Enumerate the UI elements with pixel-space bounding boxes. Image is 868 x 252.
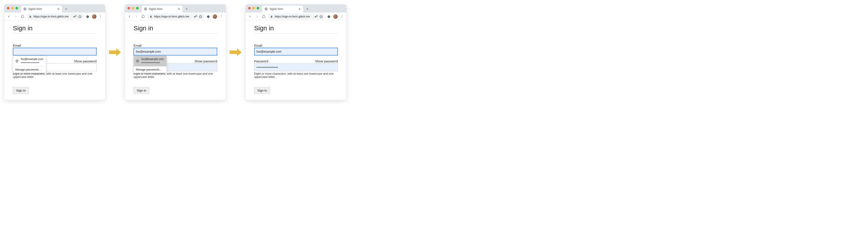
globe-icon [15, 59, 19, 63]
email-input[interactable] [254, 48, 338, 55]
window-zoom-button[interactable] [136, 7, 138, 9]
window-close-button[interactable] [248, 7, 251, 9]
email-field-group: Email [254, 44, 338, 55]
password-input[interactable] [254, 63, 338, 71]
tab-close-button[interactable]: ✕ [57, 7, 60, 10]
tab-title: Signin form [270, 7, 297, 10]
suggestion-email: foo@example.com [142, 57, 164, 61]
browser-window-1: Signin form ✕ + https://sign-in-form.gli… [4, 4, 105, 100]
autofill-dropdown: foo@example.com •••••••••••••••• Manage … [13, 56, 46, 73]
extensions-button[interactable] [206, 14, 211, 19]
window-zoom-button[interactable] [16, 7, 18, 9]
profile-avatar[interactable] [333, 14, 338, 19]
key-icon[interactable] [194, 15, 197, 18]
email-label: Email [133, 44, 142, 47]
show-password-toggle[interactable]: Show password [194, 59, 217, 63]
back-button[interactable] [127, 14, 132, 19]
address-bar[interactable]: https://sign-in-form.glitch.me [27, 13, 84, 20]
browser-tab[interactable]: Signin form ✕ [142, 6, 182, 12]
profile-avatar[interactable] [213, 14, 217, 19]
new-tab-button[interactable]: + [184, 6, 190, 12]
tab-strip: Signin form ✕ + [246, 4, 346, 12]
email-field-group: Email foo@example.com •••••••••••••••• [13, 44, 97, 55]
window-minimize-button[interactable] [132, 7, 134, 9]
show-password-toggle[interactable]: Show password [74, 59, 97, 63]
autofill-dropdown: foo@example.com •••••••••••••••• Manage … [133, 56, 167, 73]
signin-button[interactable]: Sign in [133, 87, 149, 94]
toolbar: https://sign-in-form.glitch.me ⋮ [4, 12, 105, 21]
forward-button[interactable] [133, 14, 139, 19]
back-button[interactable] [6, 14, 11, 19]
browser-window-2: Signin form ✕ + https://sign-in-form.gli… [125, 4, 226, 100]
window-controls [248, 7, 259, 9]
window-close-button[interactable] [127, 7, 130, 9]
extensions-button[interactable] [326, 14, 332, 19]
email-label: Email [254, 44, 262, 47]
back-button[interactable] [247, 14, 253, 19]
globe-icon [144, 7, 147, 11]
show-password-toggle[interactable]: Show password [315, 59, 338, 63]
window-minimize-button[interactable] [11, 7, 14, 9]
svg-marker-10 [319, 15, 322, 18]
arrow-icon [230, 48, 242, 57]
tab-close-button[interactable]: ✕ [178, 7, 180, 10]
autofill-suggestion[interactable]: foo@example.com •••••••••••••••• [13, 56, 46, 66]
autofill-suggestion[interactable]: foo@example.com •••••••••••••••• [134, 56, 166, 66]
page-title: Sign in [13, 25, 97, 33]
password-hint: Eight or more characters, with at least … [254, 72, 338, 79]
forward-button[interactable] [13, 14, 19, 19]
globe-icon [136, 59, 139, 63]
toolbar: https://sign-in-form.glitch.me ⋮ [125, 12, 226, 21]
address-bar[interactable]: https://sign-in-form.glitch.me [147, 13, 204, 20]
key-icon[interactable] [73, 15, 76, 18]
signin-button[interactable]: Sign in [254, 87, 270, 94]
new-tab-button[interactable]: + [304, 6, 310, 12]
manage-passwords-link[interactable]: Manage passwords… [13, 66, 46, 73]
address-bar[interactable]: https://sign-in-form.glitch.me [268, 13, 325, 20]
email-field-group: Email foo@example.com •••••••••••••••• M… [133, 44, 217, 55]
page-content: Sign in Email foo@example.com ••••••••••… [125, 21, 226, 100]
page-content: Sign in Email foo@example.com ••••••••••… [4, 21, 105, 100]
lock-icon [29, 15, 32, 18]
reload-button[interactable] [141, 14, 146, 19]
url-text: https://sign-in-form.glitch.me [154, 15, 192, 18]
browser-tab[interactable]: Signin form ✕ [21, 6, 62, 12]
extensions-button[interactable] [85, 14, 91, 19]
kebab-menu-button[interactable]: ⋮ [98, 14, 103, 19]
toolbar: https://sign-in-form.glitch.me ⋮ [246, 12, 346, 21]
svg-marker-2 [79, 15, 81, 18]
kebab-menu-button[interactable]: ⋮ [339, 14, 345, 19]
page-title: Sign in [254, 25, 338, 33]
profile-avatar[interactable] [92, 14, 97, 19]
star-icon[interactable] [319, 15, 323, 18]
browser-tab[interactable]: Signin form ✕ [262, 6, 303, 12]
page-content: Sign in Email Password Show password Eig… [246, 21, 346, 100]
globe-icon [265, 7, 268, 11]
window-zoom-button[interactable] [257, 7, 259, 9]
window-close-button[interactable] [7, 7, 9, 9]
reload-button[interactable] [20, 14, 25, 19]
tab-title: Signin form [28, 7, 55, 10]
key-icon[interactable] [314, 15, 318, 18]
arrow-icon [109, 48, 121, 57]
reload-button[interactable] [261, 14, 267, 19]
window-minimize-button[interactable] [252, 7, 255, 9]
new-tab-button[interactable]: + [63, 6, 69, 12]
window-controls [7, 7, 18, 9]
suggestion-email: foo@example.com [21, 57, 43, 61]
tab-strip: Signin form ✕ + [4, 4, 105, 12]
globe-icon [23, 7, 27, 11]
browser-window-3: Signin form ✕ + https://sign-in-form.gli… [246, 4, 346, 100]
signin-button[interactable]: Sign in [13, 87, 29, 94]
email-input[interactable] [13, 48, 97, 55]
manage-passwords-link[interactable]: Manage passwords… [134, 66, 166, 73]
email-label: Email [13, 44, 21, 47]
email-input[interactable] [133, 48, 217, 55]
forward-button[interactable] [254, 14, 260, 19]
star-icon[interactable] [199, 15, 202, 18]
kebab-menu-button[interactable]: ⋮ [218, 14, 224, 19]
password-field-group: Password Show password Eight or more cha… [254, 59, 338, 79]
url-text: https://sign-in-form.glitch.me [275, 15, 312, 18]
star-icon[interactable] [78, 15, 82, 18]
tab-close-button[interactable]: ✕ [298, 7, 301, 10]
